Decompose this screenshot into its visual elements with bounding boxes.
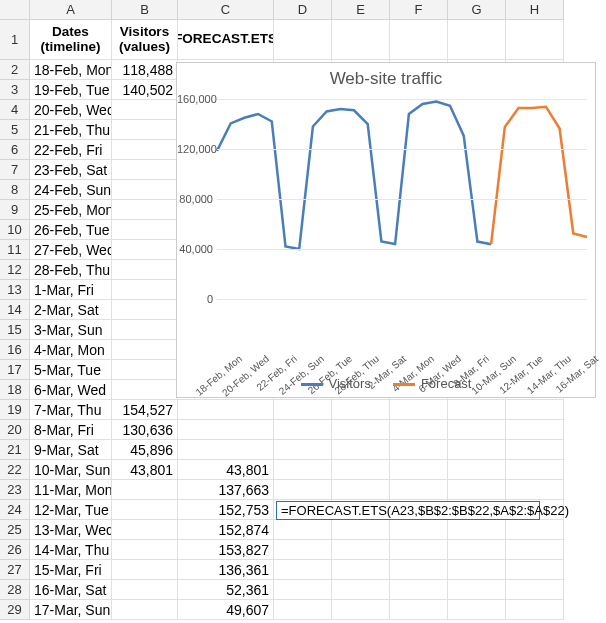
row-header-3[interactable]: 3 [0,80,30,100]
cell-D19[interactable] [274,400,332,420]
cell-E26[interactable] [332,540,390,560]
cell-B21[interactable]: 45,896 [112,440,178,460]
cell-H21[interactable] [506,440,564,460]
row-header-16[interactable]: 16 [0,340,30,360]
row-header-6[interactable]: 6 [0,140,30,160]
cell-D20[interactable] [274,420,332,440]
cell-H26[interactable] [506,540,564,560]
cell-H28[interactable] [506,580,564,600]
col-header-H[interactable]: H [506,0,564,20]
cell-A23[interactable]: 11-Mar, Mon [30,480,112,500]
row-header-1[interactable]: 1 [0,20,30,60]
cell-A22[interactable]: 10-Mar, Sun [30,460,112,480]
col-header-A[interactable]: A [30,0,112,20]
cell-C27[interactable]: 136,361 [178,560,274,580]
cell-A25[interactable]: 13-Mar, Wed [30,520,112,540]
cell-B25[interactable] [112,520,178,540]
cell-A21[interactable]: 9-Mar, Sat [30,440,112,460]
row-header-8[interactable]: 8 [0,180,30,200]
cell-A29[interactable]: 17-Mar, Sun [30,600,112,620]
cell-B8[interactable] [112,180,178,200]
cell-G22[interactable] [448,460,506,480]
cell-A13[interactable]: 1-Mar, Fri [30,280,112,300]
cell-D21[interactable] [274,440,332,460]
cell-D28[interactable] [274,580,332,600]
cell-B9[interactable] [112,200,178,220]
row-header-29[interactable]: 29 [0,600,30,620]
cell-C20[interactable] [178,420,274,440]
cell-B24[interactable] [112,500,178,520]
cell-A16[interactable]: 4-Mar, Mon [30,340,112,360]
row-header-17[interactable]: 17 [0,360,30,380]
cell-A27[interactable]: 15-Mar, Fri [30,560,112,580]
row-header-9[interactable]: 9 [0,200,30,220]
cell-H23[interactable] [506,480,564,500]
cell-H1[interactable] [506,20,564,60]
row-header-27[interactable]: 27 [0,560,30,580]
cell-B26[interactable] [112,540,178,560]
row-header-2[interactable]: 2 [0,60,30,80]
cell-G21[interactable] [448,440,506,460]
cell-F21[interactable] [390,440,448,460]
cell-D25[interactable] [274,520,332,540]
cell-C24[interactable]: 152,753 [178,500,274,520]
cell-E22[interactable] [332,460,390,480]
row-header-15[interactable]: 15 [0,320,30,340]
cell-C19[interactable] [178,400,274,420]
cell-A19[interactable]: 7-Mar, Thu [30,400,112,420]
cell-G20[interactable] [448,420,506,440]
cell-E27[interactable] [332,560,390,580]
cell-B3[interactable]: 140,502 [112,80,178,100]
cell-D23[interactable] [274,480,332,500]
cell-B5[interactable] [112,120,178,140]
cell-F1[interactable] [390,20,448,60]
cell-G26[interactable] [448,540,506,560]
cell-F27[interactable] [390,560,448,580]
row-header-22[interactable]: 22 [0,460,30,480]
cell-A15[interactable]: 3-Mar, Sun [30,320,112,340]
cell-B2[interactable]: 118,488 [112,60,178,80]
cell-G23[interactable] [448,480,506,500]
cell-F25[interactable] [390,520,448,540]
row-header-25[interactable]: 25 [0,520,30,540]
cell-B1[interactable]: Visitors (values) [112,20,178,60]
cell-C23[interactable]: 137,663 [178,480,274,500]
cell-C26[interactable]: 153,827 [178,540,274,560]
cell-D1[interactable] [274,20,332,60]
cell-G29[interactable] [448,600,506,620]
row-header-24[interactable]: 24 [0,500,30,520]
row-header-4[interactable]: 4 [0,100,30,120]
cell-B27[interactable] [112,560,178,580]
cell-A28[interactable]: 16-Mar, Sat [30,580,112,600]
cell-A20[interactable]: 8-Mar, Fri [30,420,112,440]
cell-F29[interactable] [390,600,448,620]
cell-A2[interactable]: 18-Feb, Mon [30,60,112,80]
row-header-7[interactable]: 7 [0,160,30,180]
cell-D26[interactable] [274,540,332,560]
cell-A6[interactable]: 22-Feb, Fri [30,140,112,160]
cell-B15[interactable] [112,320,178,340]
cell-B19[interactable]: 154,527 [112,400,178,420]
cell-G25[interactable] [448,520,506,540]
cell-A17[interactable]: 5-Mar, Tue [30,360,112,380]
cell-D27[interactable] [274,560,332,580]
cell-B17[interactable] [112,360,178,380]
cell-B14[interactable] [112,300,178,320]
cell-F26[interactable] [390,540,448,560]
cell-F28[interactable] [390,580,448,600]
cell-B11[interactable] [112,240,178,260]
cell-C25[interactable]: 152,874 [178,520,274,540]
cell-B23[interactable] [112,480,178,500]
cell-B28[interactable] [112,580,178,600]
chart[interactable]: Web-site traffic 040,00080,000120,000160… [176,62,596,398]
col-header-D[interactable]: D [274,0,332,20]
cell-E28[interactable] [332,580,390,600]
cell-B7[interactable] [112,160,178,180]
cell-B22[interactable]: 43,801 [112,460,178,480]
cell-A24[interactable]: 12-Mar, Tue [30,500,112,520]
cell-H27[interactable] [506,560,564,580]
col-header-G[interactable]: G [448,0,506,20]
cell-F22[interactable] [390,460,448,480]
cell-B10[interactable] [112,220,178,240]
cell-H20[interactable] [506,420,564,440]
